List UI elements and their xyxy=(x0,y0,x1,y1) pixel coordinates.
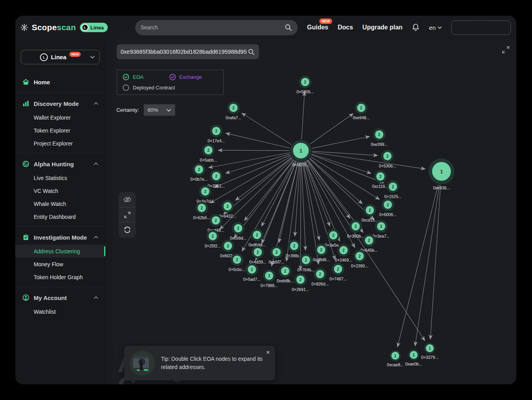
svg-text:2: 2 xyxy=(342,248,345,253)
network-selector[interactable]: L Linea NEW xyxy=(21,50,100,64)
sidebar-item-token-holder-graph[interactable]: Token Holder Graph xyxy=(15,271,105,284)
graph-node-0x5075[interactable]: 10×5075... xyxy=(290,140,311,167)
sidebar-item-live-statistics[interactable]: Live Statistics xyxy=(15,171,105,184)
hide-labels-button[interactable] xyxy=(119,192,136,207)
close-icon[interactable]: × xyxy=(266,349,270,356)
refresh-button[interactable] xyxy=(119,222,136,237)
svg-text:2: 2 xyxy=(227,244,229,248)
svg-text:2: 2 xyxy=(268,274,270,278)
sidebar-item-entity-dashboard[interactable]: Entity Dashboard xyxy=(15,210,105,223)
fit-view-button[interactable] xyxy=(119,207,136,222)
sidebar-item-token-explorer[interactable]: Token Explorer xyxy=(15,124,105,137)
linea-logo-icon: L xyxy=(40,53,48,61)
svg-text:2: 2 xyxy=(236,258,238,262)
svg-text:2: 2 xyxy=(355,224,357,229)
svg-text:1: 1 xyxy=(299,148,302,154)
nav-guides[interactable]: NEW Guides xyxy=(307,24,328,31)
svg-text:2: 2 xyxy=(360,106,362,110)
divider xyxy=(15,226,105,227)
notification-bell-icon[interactable] xyxy=(412,23,420,32)
legend-exchange[interactable]: Exchange xyxy=(169,74,218,80)
svg-text:0xc116...: 0xc116... xyxy=(372,184,389,189)
svg-text:2: 2 xyxy=(305,258,307,262)
certainty-dropdown[interactable]: 60% xyxy=(144,104,175,116)
sidebar-section-discovery-mode[interactable]: Discovery Mode xyxy=(15,96,105,111)
svg-text:1: 1 xyxy=(440,169,443,175)
sidebar-item-wallet-explorer[interactable]: Wallet Explorer xyxy=(15,111,105,124)
sidebar-item-money-flow[interactable]: Money Flow xyxy=(15,258,105,271)
svg-text:0xce8d...: 0xce8d... xyxy=(230,236,247,240)
unchecked-circle-icon xyxy=(123,84,129,91)
svg-text:2: 2 xyxy=(337,267,339,271)
svg-text:0xb5f7...: 0xb5f7... xyxy=(269,260,284,264)
svg-text:2: 2 xyxy=(319,272,321,276)
svg-text:2: 2 xyxy=(392,185,394,189)
svg-text:0×360b...: 0×360b... xyxy=(347,234,364,238)
global-search-input[interactable] xyxy=(141,24,284,31)
legend-eoa[interactable]: EOA xyxy=(123,74,169,80)
sidebar-item-watchlist[interactable]: Watchlist xyxy=(15,305,105,318)
sidebar-section-investigation-mode[interactable]: Investigation Mode xyxy=(15,230,105,245)
fullscreen-icon[interactable] xyxy=(501,45,510,54)
svg-text:2: 2 xyxy=(207,148,210,153)
chevron-down-icon xyxy=(166,109,171,112)
sidebar-item-project-explorer[interactable]: Project Explorer xyxy=(15,137,105,150)
sidebar-section-alpha-hunting[interactable]: Alpha Hunting xyxy=(15,156,105,171)
chevron-up-icon xyxy=(94,236,98,239)
address-search[interactable] xyxy=(117,44,259,59)
svg-text:0×6432...: 0×6432... xyxy=(219,214,236,218)
linea-logo-icon: L xyxy=(81,24,89,31)
svg-text:2: 2 xyxy=(320,248,322,252)
sidebar-item-address-clustering[interactable]: Address Clustering xyxy=(15,245,105,258)
sidebar-item-whale-watch[interactable]: Whale Watch xyxy=(15,197,105,210)
tip-toast: Tip: Double Click EOA nodes to expand it… xyxy=(124,346,275,380)
search-icon[interactable] xyxy=(284,24,292,31)
sidebar-item-home[interactable]: Home xyxy=(15,75,105,89)
nav-upgrade-plan[interactable]: Upgrade plan xyxy=(362,24,402,31)
home-icon xyxy=(22,78,29,85)
address-search-input[interactable] xyxy=(121,49,248,55)
app-window: Scopescan L Linea NEW Guides Docs Upgrad… xyxy=(15,16,516,384)
svg-text:0×5075...: 0×5075... xyxy=(292,162,309,167)
language-selector[interactable]: en xyxy=(429,24,442,31)
svg-text:0×5ad7...: 0×5ad7... xyxy=(243,277,261,282)
graph-panel: EOA Exchange Deployed Contract Certainty… xyxy=(113,39,516,384)
svg-text:2: 2 xyxy=(215,218,217,223)
svg-text:1: 1 xyxy=(429,346,431,351)
sidebar-item-vc-watch[interactable]: VC Watch xyxy=(15,184,105,197)
svg-text:0xe936...: 0xe936... xyxy=(433,185,450,190)
wallet-connect-button[interactable]: .. .. . . xyxy=(451,20,511,35)
svg-text:0×3379...: 0×3379... xyxy=(421,355,438,360)
clipboard-icon xyxy=(22,234,29,241)
refresh-icon xyxy=(123,226,131,234)
svg-text:2: 2 xyxy=(369,208,371,213)
legend-deployed-contract[interactable]: Deployed Contract xyxy=(123,84,218,91)
svg-text:2: 2 xyxy=(299,278,302,282)
network-badge: L Linea xyxy=(80,23,108,32)
network-new-badge: NEW xyxy=(69,52,81,57)
svg-text:2: 2 xyxy=(226,204,229,209)
svg-text:0×5805...: 0×5805... xyxy=(297,89,314,94)
svg-text:0×826d...: 0×826d... xyxy=(311,282,329,286)
svg-text:2: 2 xyxy=(237,226,239,231)
search-icon[interactable] xyxy=(248,48,255,56)
node-type-legend: EOA Exchange Deployed Contract xyxy=(117,70,224,95)
global-search[interactable] xyxy=(135,20,298,35)
svg-text:0×7988...: 0×7988... xyxy=(261,283,278,288)
svg-text:0×5cbc...: 0×5cbc... xyxy=(229,267,246,272)
svg-text:2: 2 xyxy=(232,106,235,110)
bar-chart-icon xyxy=(22,100,29,107)
svg-text:0×398c...: 0×398c... xyxy=(286,253,303,258)
expand-arrows-icon xyxy=(123,211,131,219)
svg-text:2: 2 xyxy=(358,254,361,258)
chevron-up-icon xyxy=(94,296,98,299)
divider xyxy=(15,93,105,93)
graph-toolbar xyxy=(119,192,136,238)
svg-text:0×17e4...: 0×17e4... xyxy=(208,138,225,143)
nav-docs[interactable]: Docs xyxy=(338,24,353,31)
brand[interactable]: Scopescan L Linea xyxy=(21,23,108,32)
sidebar-section-my-account[interactable]: My Account xyxy=(15,290,105,305)
svg-text:2: 2 xyxy=(256,233,258,237)
svg-text:2: 2 xyxy=(275,250,278,255)
checked-circle-icon xyxy=(123,74,129,80)
